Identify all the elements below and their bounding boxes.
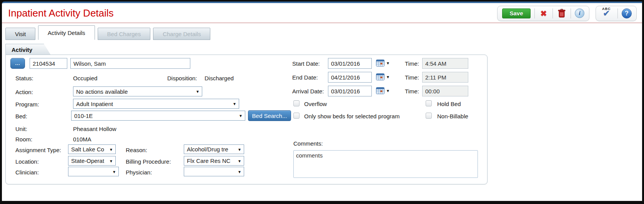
billing-procedure-select[interactable]: Flx Care Res NC <box>184 156 244 166</box>
patient-lookup-button[interactable]: ... <box>10 58 25 69</box>
reason-select-value: Alcohol/Drug tre <box>187 146 228 153</box>
bed-select[interactable]: 010-1E <box>71 111 245 121</box>
status-value: Occupied <box>73 75 97 81</box>
tab-bar: Visit Activity Details Bed Charges Charg… <box>2 23 642 40</box>
only-show-beds-checkbox[interactable] <box>293 113 300 119</box>
non-billable-label: Non-Billable <box>437 113 468 119</box>
end-date-row: End Date: Time: <box>288 72 484 83</box>
arrival-date-row: Arrival Date: Time: <box>288 86 484 97</box>
comments-textarea[interactable]: comments <box>293 150 478 178</box>
patient-id-field[interactable] <box>30 58 67 69</box>
bed-label: Bed: <box>15 113 27 119</box>
end-date-label: End Date: <box>292 74 318 81</box>
program-select-value: Adult Inpatient <box>76 101 113 107</box>
action-select[interactable]: No actions available <box>73 86 202 96</box>
arrival-date-calendar-icon[interactable] <box>376 87 390 94</box>
end-time-label: Time: <box>401 74 419 81</box>
room-value: 010MA <box>73 136 92 143</box>
program-select[interactable]: Adult Inpatient <box>73 99 239 109</box>
action-select-value: No actions available <box>76 88 128 95</box>
toolbar-separator <box>617 8 618 18</box>
toolbar-separator <box>571 8 571 18</box>
start-date-calendar-icon[interactable] <box>376 60 390 66</box>
overflow-checkbox[interactable] <box>293 100 300 106</box>
assignment-type-select[interactable]: Salt Lake Co <box>68 144 116 154</box>
bed-search-button[interactable]: Bed Search... <box>248 110 291 121</box>
billing-procedure-select-value: Flx Care Res NC <box>187 158 230 164</box>
cancel-x-icon[interactable] <box>539 8 549 18</box>
toolbar-group-main: Save i <box>497 6 589 21</box>
hold-bed-label: Hold Bed <box>437 101 461 107</box>
hold-bed-checkbox[interactable] <box>426 100 432 106</box>
reason-label: Reason: <box>126 147 147 153</box>
delete-trash-icon[interactable] <box>557 8 567 18</box>
toolbar-separator <box>552 8 553 18</box>
start-time-label: Time: <box>401 60 419 67</box>
start-date-label: Start Date: <box>292 60 320 67</box>
start-date-row: Start Date: Time: <box>288 58 484 70</box>
spellcheck-abc-icon[interactable] <box>601 8 614 19</box>
physician-select[interactable] <box>184 167 244 176</box>
location-select-value: State-Operat <box>71 158 104 164</box>
physician-label: Physician: <box>126 169 152 176</box>
activity-panel: ... Status: Occupied Disposition: Discha… <box>5 55 488 184</box>
start-time-field <box>422 58 468 69</box>
unit-label: Unit: <box>15 126 27 132</box>
tab-bed-charges: Bed Charges <box>98 28 151 40</box>
unit-value: Pheasant Hollow <box>73 126 116 132</box>
assignment-type-label: Assignment Type: <box>15 147 61 153</box>
save-button[interactable]: Save <box>502 8 531 18</box>
clinician-select[interactable] <box>68 167 119 176</box>
toolbar-separator <box>534 8 535 18</box>
non-billable-checkbox[interactable] <box>426 113 432 119</box>
program-label: Program: <box>15 101 39 108</box>
tab-activity-details[interactable]: Activity Details <box>38 25 95 40</box>
toolbar-group-help: ? <box>596 6 637 21</box>
window-frame: Inpatient Activity Details Save <box>0 0 644 204</box>
arrival-date-field[interactable] <box>328 86 372 96</box>
header: Inpatient Activity Details Save <box>2 3 642 23</box>
disposition-value: Discharged <box>205 75 234 81</box>
location-label: Location: <box>15 158 39 165</box>
tab-charge-details: Charge Details <box>153 28 210 40</box>
page-title: Inpatient Activity Details <box>8 7 114 19</box>
activity-group-tab: Activity <box>5 44 51 55</box>
room-label: Room: <box>15 136 32 143</box>
clinician-label: Clinician: <box>15 169 39 176</box>
end-time-field <box>422 72 468 83</box>
only-show-beds-label: Only show beds for selected program <box>304 113 399 119</box>
status-label: Status: <box>15 75 33 81</box>
page: Inpatient Activity Details Save <box>2 2 642 201</box>
bed-select-value: 010-1E <box>74 113 93 119</box>
info-icon[interactable]: i <box>575 8 584 18</box>
comments-label: Comments: <box>293 140 323 147</box>
patient-name-field[interactable] <box>70 58 190 69</box>
end-date-field[interactable] <box>328 72 372 83</box>
action-label: Action: <box>15 89 33 95</box>
arrival-time-label: Time: <box>401 88 419 95</box>
billing-procedure-label: Billing Procedure: <box>126 158 171 165</box>
toolbar: Save i <box>497 6 637 21</box>
content-area: Activity ... Status: Occupied Dispositio… <box>5 44 642 190</box>
tab-visit[interactable]: Visit <box>5 28 35 40</box>
help-icon[interactable]: ? <box>622 8 632 18</box>
disposition-label: Disposition: <box>167 75 197 81</box>
end-date-calendar-icon[interactable] <box>376 73 390 80</box>
start-date-field[interactable] <box>328 58 372 69</box>
reason-select[interactable]: Alcohol/Drug tre <box>184 144 244 154</box>
arrival-time-field <box>422 86 468 96</box>
assignment-type-select-value: Salt Lake Co <box>71 146 104 153</box>
location-select[interactable]: State-Operat <box>68 156 116 166</box>
arrival-date-label: Arrival Date: <box>292 88 324 95</box>
overflow-label: Overflow <box>304 101 327 107</box>
